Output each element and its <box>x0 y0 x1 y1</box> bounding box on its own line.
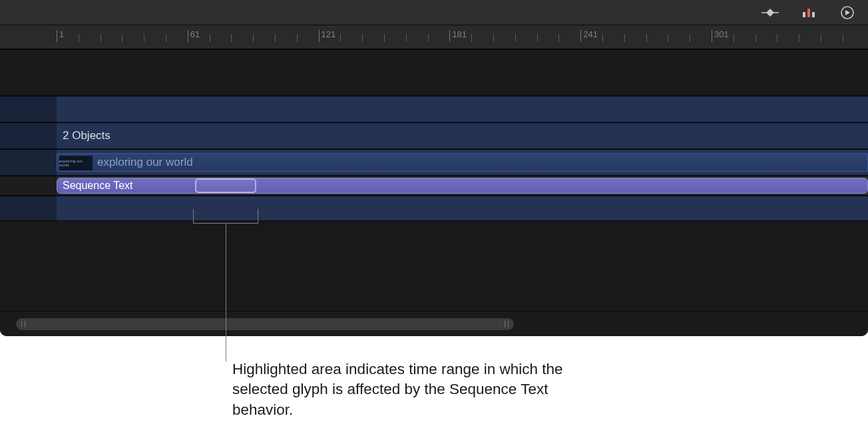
ruler-minor-tick <box>297 34 298 42</box>
behavior-track[interactable]: Sequence Text <box>0 176 868 196</box>
ruler-minor-tick <box>821 34 821 42</box>
ruler-major-tick <box>712 30 712 42</box>
ruler-minor-tick <box>646 34 647 42</box>
group-footer-bar[interactable] <box>0 196 868 221</box>
ruler-minor-tick <box>384 34 385 42</box>
timeline-toolbar <box>0 0 868 25</box>
ruler-minor-tick <box>515 34 516 42</box>
ruler-minor-tick <box>428 34 429 42</box>
sequence-text-bar[interactable] <box>57 178 868 194</box>
ruler-minor-tick <box>537 34 538 42</box>
ruler-minor-tick <box>231 34 232 42</box>
ruler-major-tick <box>319 30 320 42</box>
objects-count-label: 2 Objects <box>63 129 110 142</box>
text-layer-thumbnail: exploring our world <box>59 156 93 170</box>
ruler-minor-tick <box>493 34 494 42</box>
ruler-minor-tick <box>144 34 144 42</box>
timeline-panel: 161121181241301 2 Objects exploring our … <box>0 0 868 336</box>
ruler-minor-tick <box>558 34 559 42</box>
ruler-minor-tick <box>253 34 254 42</box>
glyph-time-range-highlight[interactable] <box>195 178 256 193</box>
ruler-major-tick <box>449 30 450 42</box>
time-ruler[interactable]: 161121181241301 <box>0 25 868 49</box>
markers-icon[interactable] <box>799 5 819 20</box>
ruler-tick-label: 1 <box>59 29 64 39</box>
ruler-minor-tick <box>340 34 341 42</box>
track-bottom-spacer <box>0 221 868 310</box>
ruler-minor-tick <box>624 34 625 42</box>
ruler-minor-tick <box>166 34 166 42</box>
ruler-minor-tick <box>734 34 734 42</box>
ruler-minor-tick <box>471 34 472 42</box>
playback-zoom-icon[interactable] <box>837 5 857 20</box>
ruler-tick-label: 241 <box>583 29 598 39</box>
ruler-tick-label: 61 <box>190 29 200 39</box>
ruler-major-tick <box>580 30 581 42</box>
text-layer-track[interactable]: exploring our world exploring our world <box>0 149 868 176</box>
ruler-major-tick <box>188 30 188 42</box>
ruler-tick-label: 301 <box>714 29 729 39</box>
svg-rect-2 <box>812 12 815 17</box>
horizontal-scrollbar-thumb[interactable] <box>16 318 514 330</box>
ruler-tick-label: 181 <box>452 29 467 39</box>
thumbnail-preview-text: exploring our world <box>59 159 93 167</box>
ruler-minor-tick <box>756 34 756 42</box>
ruler-tick-label: 121 <box>322 29 336 39</box>
ruler-minor-tick <box>668 34 668 42</box>
ruler-minor-tick <box>101 34 101 42</box>
ruler-minor-tick <box>275 34 276 42</box>
keyframe-icon[interactable] <box>760 5 780 20</box>
ruler-minor-tick <box>843 34 843 42</box>
track-spacer <box>0 49 868 96</box>
horizontal-scrollbar-track[interactable] <box>0 311 868 336</box>
svg-rect-0 <box>803 12 805 17</box>
group-objects-bar[interactable]: 2 Objects <box>0 122 868 149</box>
ruler-major-tick <box>57 30 57 42</box>
text-layer-name: exploring our world <box>97 156 193 169</box>
ruler-minor-tick <box>79 34 79 42</box>
behavior-label: Sequence Text <box>63 180 133 192</box>
ruler-minor-tick <box>210 34 210 42</box>
ruler-minor-tick <box>362 34 363 42</box>
svg-rect-1 <box>807 9 810 17</box>
annotation-text: Highlighted area indicates time range in… <box>232 359 605 420</box>
ruler-minor-tick <box>122 34 122 42</box>
ruler-minor-tick <box>602 34 603 42</box>
ruler-minor-tick <box>406 34 407 42</box>
ruler-minor-tick <box>799 34 799 42</box>
track-area: 2 Objects exploring our world exploring … <box>0 49 868 310</box>
ruler-minor-tick <box>777 34 777 42</box>
ruler-minor-tick <box>690 34 690 42</box>
group-track-bar[interactable] <box>0 96 868 122</box>
